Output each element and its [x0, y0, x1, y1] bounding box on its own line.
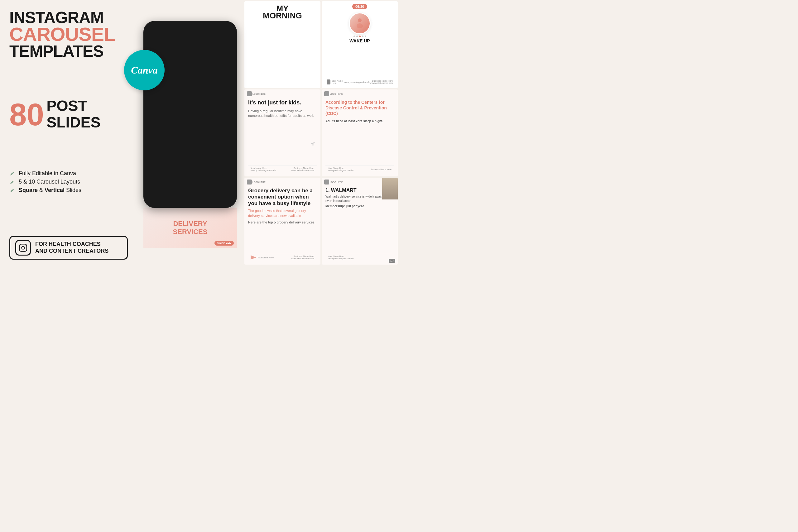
- swipe-text: SWIPE: [218, 115, 226, 117]
- swipe-button[interactable]: SWIPE ▶: [216, 114, 231, 118]
- kids-title: It's not just for kids.: [248, 99, 317, 106]
- footer-url-wakeup: www.yourinstagramhandle: [344, 81, 370, 83]
- svg-marker-6: [251, 255, 256, 260]
- footer-biz-grocery: Business Name Here: [293, 255, 314, 258]
- middle-panel: 📷 Instagram 📺 ✉ LIVE user: [137, 0, 243, 266]
- footer-name-wakeup: Your Name Here: [332, 80, 344, 84]
- features-block: Fully Editable in Canva 5 & 10 Carousel …: [10, 170, 128, 195]
- feature-3: Square & Vertical Slides: [10, 187, 128, 193]
- story-ring-live: LIVE: [148, 34, 162, 49]
- live-badge: LIVE: [152, 46, 158, 49]
- post-img-line3: CONSISTENT: [150, 90, 180, 96]
- story-item-2[interactable]: username: [164, 34, 178, 52]
- notif-user-icon: 👤: [226, 138, 228, 140]
- nav-heart-icon[interactable]: ♡: [204, 145, 209, 152]
- bottom-badge: FOR HEALTH COACHES AND CONTENT CREATORS: [10, 236, 128, 260]
- ig-nav-bar: ⌂ ⚲ ⊕ ♡ ◯: [145, 143, 235, 154]
- ig-stories: LIVE username username: [145, 33, 235, 54]
- walmart-membership: Membership: $98 per year: [325, 205, 394, 208]
- footer-biz-wakeup: Business Name Here: [372, 80, 393, 82]
- instagram-icon: [19, 243, 27, 252]
- arrow-icon-grocery: [251, 255, 256, 260]
- bookmark-icon[interactable]: 🔖: [227, 124, 232, 128]
- story-item-3[interactable]: username: [180, 34, 194, 52]
- left-panel: INSTAGRAM CAROUSEL TEMPLATES 80 POST SLI…: [0, 0, 137, 266]
- post-more-dots[interactable]: ···: [227, 57, 232, 63]
- right-panel: MY MORNING 06:30: [243, 0, 399, 266]
- story-name-3: username: [182, 49, 193, 52]
- cdc-body: Adults need at least 7hrs sleep a night.: [325, 119, 394, 124]
- wake-up-content: 06:30 WAKE UP: [349, 4, 370, 43]
- notification-badges: ❤ 1 💬 9 👤 5: [207, 137, 232, 141]
- post-img-line4: SLEEP: [150, 96, 164, 100]
- tv-icon: 📺: [221, 26, 225, 31]
- ig-header-icons: 📺 ✉: [221, 26, 231, 31]
- slide-footer-cdc: Your Name Here www.yourinstagramhandle B…: [325, 166, 394, 173]
- caption-username: username: [148, 133, 160, 136]
- canva-logo-text: Canva: [131, 64, 157, 76]
- kids-footer: [248, 137, 317, 147]
- nav-search-icon[interactable]: ⚲: [169, 145, 173, 152]
- slide-walmart: LOGO HERE 1. WALMART Walmart's delivery …: [322, 178, 398, 265]
- phone-inner: 📷 Instagram 📺 ✉ LIVE user: [145, 23, 235, 206]
- title-block: INSTAGRAM CAROUSEL TEMPLATES: [10, 10, 128, 59]
- nav-home-icon[interactable]: ⌂: [152, 145, 155, 152]
- slide-footer-walmart: Your Name Here www.yourinstagramhandle: [325, 254, 394, 261]
- slide-footer-wakeup: Your Name Here www.yourinstagramhandle B…: [324, 78, 395, 86]
- feature-2-text: 5 & 10 Carousel Layouts: [19, 178, 80, 185]
- wake-up-time: 06:30: [352, 4, 367, 10]
- feature-1-text: Fully Editable in Canva: [19, 170, 76, 177]
- swipe2-text: SWIPE: [217, 242, 225, 245]
- instagram-icon-box: [15, 240, 31, 255]
- story-name-2: username: [166, 49, 177, 52]
- page-number: 1/7: [389, 259, 395, 263]
- footer-bizurl-wakeup: www.websitename.com: [370, 82, 393, 84]
- dots-line: [354, 36, 366, 37]
- heart-icon[interactable]: ♡: [148, 124, 152, 128]
- feature-3-text: Square & Vertical Slides: [19, 187, 81, 193]
- footer-biz-cdc: Business Name Here: [371, 168, 392, 170]
- count-post-label: POST: [46, 98, 100, 114]
- story-item-1[interactable]: LIVE username: [148, 34, 162, 52]
- footer-name-kids: Your Name Here: [251, 167, 276, 169]
- swipe2-arrows: ▶▶▶: [226, 242, 231, 245]
- ig-post-likes: 1,984 likes: [145, 129, 235, 133]
- footer-bizurl-kids: www.websitename.com: [291, 169, 314, 171]
- caption-text: Hi!! #marinad: [161, 133, 176, 136]
- swipe-arrow: ▶: [227, 115, 229, 117]
- timestamp-block: 8 MINUTES AGO SEE TRANSLATION: [148, 137, 168, 141]
- ig-post-caption: username Hi!! #marinad: [145, 133, 235, 136]
- logo-wakeup: [327, 79, 330, 84]
- svg-point-4: [357, 23, 363, 28]
- logo-text-cdc: LOGO HERE: [330, 93, 343, 95]
- share-icon[interactable]: ✈: [163, 124, 167, 128]
- wake-up-circle: [349, 13, 370, 34]
- person-silhouette: [354, 17, 366, 30]
- canva-badge: Canva: [124, 50, 165, 90]
- svg-point-2: [25, 245, 25, 246]
- see-translation[interactable]: SEE TRANSLATION: [148, 139, 168, 141]
- logo-top-walmart: LOGO HERE: [324, 179, 343, 185]
- svg-rect-0: [19, 244, 26, 251]
- send-icon: ✉: [228, 26, 231, 31]
- notif-user: 👤 5: [224, 137, 232, 141]
- comment-icon[interactable]: 💬: [155, 124, 160, 128]
- dot-3-active: [359, 36, 361, 37]
- title-templates: TEMPLATES: [10, 43, 128, 59]
- swipe-button-2[interactable]: SWIPE ▶▶▶: [214, 241, 234, 246]
- slide-cdc: LOGO HERE According to the Centers for D…: [322, 90, 398, 176]
- title-carousel: CAROUSEL: [10, 25, 128, 43]
- slide-wake-up: 06:30 WAKE UP: [322, 1, 398, 88]
- svg-point-3: [358, 18, 362, 22]
- feature-1: Fully Editable in Canva: [10, 170, 128, 177]
- page-wrapper: INSTAGRAM CAROUSEL TEMPLATES 80 POST SLI…: [0, 0, 399, 266]
- footer-name-cdc: Your Name Here: [328, 167, 354, 169]
- footer-name-grocery: Your Name Here: [258, 256, 274, 259]
- count-post-slides: POST SLIDES: [46, 98, 100, 131]
- nav-profile-icon[interactable]: ◯: [222, 145, 228, 152]
- nav-add-icon[interactable]: ⊕: [186, 145, 190, 152]
- story-name-4: user...: [200, 49, 207, 52]
- delivery-overlay: DELIVERY SERVICES SWIPE ▶▶▶: [144, 208, 237, 248]
- story-item-4[interactable]: user...: [196, 34, 211, 52]
- cdc-body-strong: Adults need at least 7hrs sleep a night.: [325, 119, 383, 123]
